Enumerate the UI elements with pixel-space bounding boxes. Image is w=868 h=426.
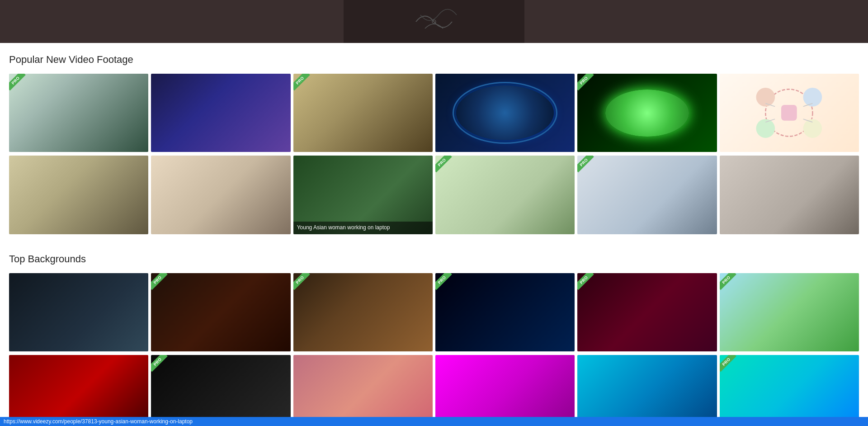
grid-row-0	[9, 273, 859, 351]
svg-rect-6	[781, 105, 797, 121]
thumbnail[interactable]	[720, 156, 859, 234]
thumbnail-bg	[720, 273, 859, 351]
thumbnail-bg	[720, 355, 859, 426]
pro-badge	[151, 273, 171, 293]
glow-circle	[605, 90, 689, 137]
thumbnail[interactable]	[293, 273, 433, 351]
section-title: Top Backgrounds	[9, 253, 859, 265]
thumbnail[interactable]	[577, 355, 717, 426]
thumbnail-bg	[151, 74, 290, 152]
thumbnail-bg	[9, 156, 148, 234]
thumbnail-bg	[435, 355, 575, 426]
thumbnail[interactable]	[151, 355, 290, 426]
thumbnail-bg	[151, 355, 290, 426]
thumbnail-bg	[435, 156, 575, 234]
thumbnail-bg	[151, 273, 290, 351]
pro-badge	[435, 273, 455, 293]
thumbnail-bg	[720, 74, 859, 152]
pro-badge	[720, 355, 740, 375]
thumbnail-label: Young Asian woman working on laptop	[293, 222, 433, 234]
thumbnail-bg	[435, 273, 575, 351]
thumbnail[interactable]	[577, 74, 717, 152]
thumbnail[interactable]	[293, 74, 433, 152]
pro-badge	[577, 74, 597, 94]
thumbnail[interactable]	[435, 156, 575, 234]
pro-badge	[151, 355, 171, 375]
thumbnail[interactable]	[9, 273, 148, 351]
thumbnail-bg	[293, 355, 433, 426]
pro-badge	[9, 74, 29, 94]
pro-badge	[577, 156, 597, 175]
pro-badge	[293, 273, 313, 293]
thumbnail-bg	[9, 273, 148, 351]
thumbnail-bg	[577, 273, 717, 351]
grid-row-1: Young Asian woman working on laptop	[9, 156, 859, 234]
banner-inner	[344, 0, 524, 43]
pro-badge	[435, 156, 455, 175]
thumbnail[interactable]: Young Asian woman working on laptop	[293, 156, 433, 234]
thumbnail[interactable]	[293, 355, 433, 426]
status-url: https://www.videezy.com/people/37813-you…	[4, 418, 193, 425]
thumbnail-bg	[435, 74, 575, 152]
thumbnail[interactable]	[9, 355, 148, 426]
pro-badge	[720, 273, 740, 293]
thumbnail-bg	[577, 156, 717, 234]
thumbnail-bg	[293, 74, 433, 152]
section-popular-new-video-footage: Popular New Video Footage Young Asian wo…	[0, 43, 868, 242]
thumbnail[interactable]	[9, 74, 148, 152]
thumbnail[interactable]	[720, 74, 859, 152]
grid-row-1	[9, 355, 859, 426]
virus-shape	[456, 85, 554, 140]
thumbnail[interactable]	[720, 273, 859, 351]
top-banner	[0, 0, 868, 43]
thumbnail[interactable]	[151, 273, 290, 351]
thumbnail[interactable]	[9, 156, 148, 234]
thumbnail-bg	[9, 74, 148, 152]
status-bar: https://www.videezy.com/people/37813-you…	[0, 417, 868, 426]
thumbnail[interactable]	[151, 156, 290, 234]
pro-badge	[577, 273, 597, 293]
illustration-svg	[733, 81, 845, 144]
thumbnail-bg	[577, 355, 717, 426]
thumbnail[interactable]	[720, 355, 859, 426]
thumbnail[interactable]	[435, 273, 575, 351]
section-top-backgrounds: Top Backgrounds	[0, 242, 868, 426]
banner-doodle	[389, 6, 479, 38]
thumbnail-bg	[9, 355, 148, 426]
thumbnail[interactable]	[435, 74, 575, 152]
pro-badge	[293, 74, 313, 94]
thumbnail[interactable]	[577, 273, 717, 351]
grid-row-0	[9, 74, 859, 152]
thumbnail-bg	[720, 156, 859, 234]
thumbnail-bg	[293, 273, 433, 351]
thumbnail-bg	[151, 156, 290, 234]
thumbnail[interactable]	[151, 74, 290, 152]
thumbnail[interactable]	[577, 156, 717, 234]
thumbnail-bg	[577, 74, 717, 152]
section-title: Popular New Video Footage	[9, 54, 859, 66]
thumbnail[interactable]	[435, 355, 575, 426]
